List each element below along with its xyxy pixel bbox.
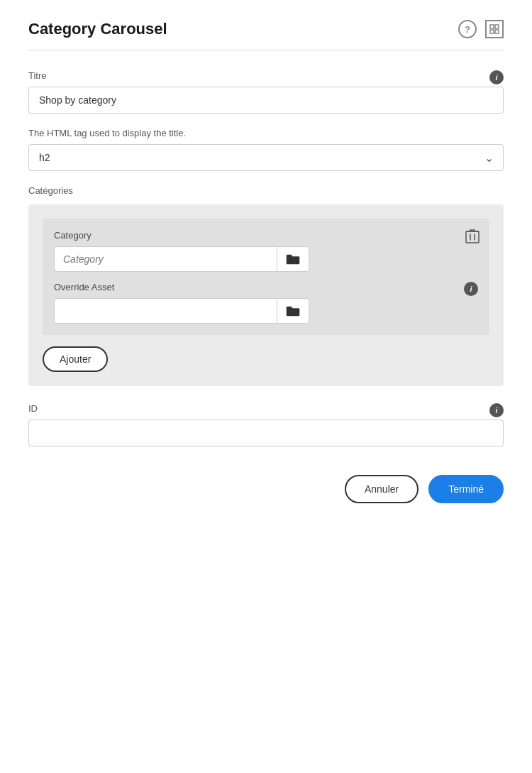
panel-header: Category Carousel ? <box>28 20 504 38</box>
svg-rect-1 <box>495 25 499 28</box>
titre-info-icon[interactable]: i <box>489 70 504 84</box>
titre-section: i Titre <box>28 70 504 114</box>
svg-rect-3 <box>495 30 499 33</box>
html-tag-section: The HTML tag used to display the title. … <box>28 128 504 171</box>
delete-icon[interactable] <box>465 229 480 248</box>
id-section: i ID <box>28 403 504 446</box>
id-info-icon[interactable]: i <box>489 403 504 417</box>
add-button[interactable]: Ajouter <box>43 346 108 372</box>
categories-label: Catégories <box>28 185 504 196</box>
html-tag-select[interactable]: h1 h2 h3 h4 h5 h6 <box>28 144 504 171</box>
category-input[interactable] <box>54 246 277 272</box>
divider <box>28 50 504 50</box>
categories-section: Catégories Category <box>28 185 504 386</box>
category-item-card: Category i Override Asset <box>43 219 489 335</box>
panel: Category Carousel ? i Titre The HTML tag… <box>0 0 532 773</box>
override-folder-button[interactable] <box>277 298 309 324</box>
html-tag-helper: The HTML tag used to display the title. <box>28 128 504 138</box>
panel-title: Category Carousel <box>28 20 167 38</box>
override-info-icon[interactable]: i <box>464 282 478 296</box>
footer-buttons: Annuler Terminé <box>28 475 504 503</box>
titre-label: Titre <box>28 70 504 81</box>
override-input[interactable] <box>54 298 277 324</box>
help-icon[interactable]: ? <box>458 20 477 38</box>
id-label: ID <box>28 403 504 414</box>
id-input[interactable] <box>28 420 504 446</box>
expand-icon[interactable] <box>485 20 504 38</box>
header-icons: ? <box>458 20 504 38</box>
svg-rect-0 <box>490 25 494 28</box>
override-input-group <box>54 298 309 324</box>
cancel-button[interactable]: Annuler <box>345 475 419 503</box>
svg-rect-4 <box>466 231 479 243</box>
override-label: Override Asset <box>54 282 478 292</box>
category-folder-button[interactable] <box>277 246 309 272</box>
titre-input[interactable] <box>28 87 504 114</box>
categories-outer-box: Category i Override Asset <box>28 204 504 386</box>
category-field-label: Category <box>54 230 478 241</box>
svg-rect-2 <box>490 30 494 33</box>
override-section: i Override Asset <box>54 282 478 324</box>
category-input-group <box>54 246 309 272</box>
confirm-button[interactable]: Terminé <box>428 475 504 503</box>
html-tag-select-wrapper: h1 h2 h3 h4 h5 h6 ⌄ <box>28 144 504 171</box>
